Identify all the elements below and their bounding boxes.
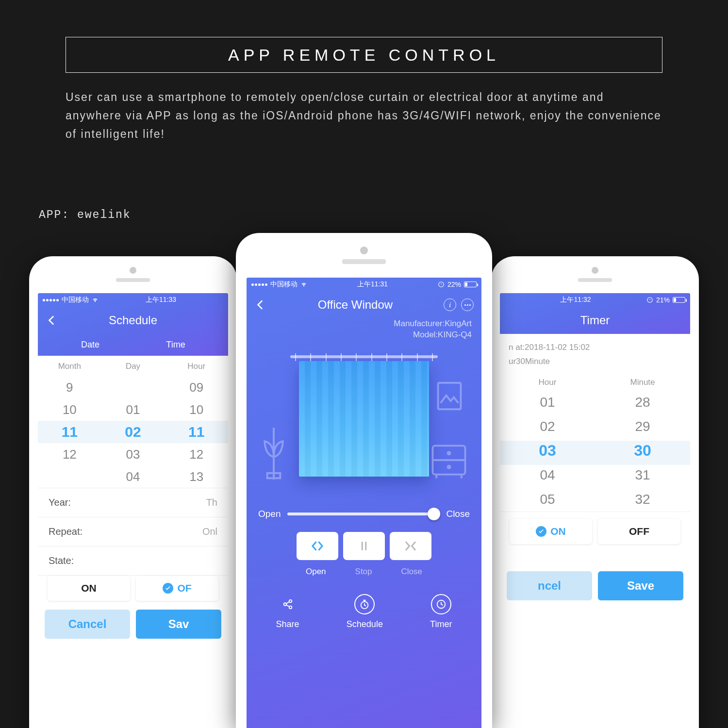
position-slider[interactable]: [287, 513, 439, 515]
slider-open-label: Open: [258, 509, 281, 519]
banner: APP REMOTE CONTROL: [66, 37, 662, 73]
more-icon[interactable]: [461, 298, 474, 311]
app-name-label: APP: ewelink: [39, 209, 131, 221]
info-icon[interactable]: i: [444, 298, 456, 311]
check-icon: [536, 526, 546, 537]
svg-rect-2: [438, 383, 461, 410]
close-label: Close: [401, 567, 422, 577]
hour-column[interactable]: Hour 0910111213: [165, 362, 228, 488]
wifi-icon: [92, 297, 99, 303]
stop-label: Stop: [355, 567, 372, 577]
svg-line-13: [286, 605, 289, 607]
year-row[interactable]: Year:Th: [38, 488, 228, 517]
phone-timer: 上午11:32 21% Timer n at:2018-11-02 15:02 …: [491, 256, 699, 728]
status-bar: 中国移动 上午11:33: [38, 293, 228, 307]
check-icon: [163, 583, 173, 594]
phone-schedule: 中国移动 上午11:33 Schedule Date Time Mont: [29, 256, 237, 728]
stop-button[interactable]: [343, 532, 385, 560]
cancel-button[interactable]: Cancel: [45, 610, 130, 639]
page-title: Schedule: [109, 314, 157, 327]
timer-minute-column[interactable]: Minute 2829303132: [595, 374, 690, 512]
rotation-lock-icon: [438, 281, 445, 288]
status-time: 上午11:33: [146, 296, 176, 304]
back-icon[interactable]: [254, 298, 267, 311]
rotation-lock-icon: [646, 297, 653, 303]
svg-point-10: [289, 600, 292, 603]
phone-showcase: 中国移动 上午11:33 Schedule Date Time Mont: [0, 233, 728, 728]
close-button[interactable]: [390, 532, 431, 560]
timer-on-button[interactable]: ON: [510, 519, 592, 544]
share-icon: [278, 594, 298, 614]
state-on-button[interactable]: ON: [48, 576, 130, 601]
save-button[interactable]: Sav: [136, 610, 221, 639]
device-info: Manufacturer:KingArt Model:KING-Q4: [247, 318, 481, 345]
battery-icon: [464, 281, 477, 287]
day-column[interactable]: Day 01020304: [101, 362, 165, 488]
save-button[interactable]: Save: [598, 571, 683, 600]
slider-thumb[interactable]: [428, 508, 440, 520]
phone-device: 中国移动 上午11:31 22% Office Window i Manufac…: [236, 233, 492, 728]
state-off-button[interactable]: OF: [136, 576, 218, 601]
svg-point-9: [283, 603, 286, 606]
curtain-illustration: [247, 345, 481, 505]
banner-title: APP REMOTE CONTROL: [228, 46, 500, 65]
timer-off-button[interactable]: OFF: [598, 519, 680, 544]
wifi-icon: [300, 281, 307, 288]
state-row: State:: [38, 546, 228, 576]
svg-point-5: [447, 452, 450, 454]
timer-info: n at:2018-11-02 15:02 ur30Minute: [500, 334, 690, 374]
picture-frame-icon: [437, 381, 462, 411]
nav-schedule[interactable]: Schedule: [347, 594, 383, 629]
timer-hour-column[interactable]: Hour 0102030405: [500, 374, 595, 512]
page-title: Timer: [580, 314, 610, 327]
status-time: 上午11:31: [357, 280, 388, 289]
status-bar: 上午11:32 21%: [500, 293, 690, 307]
drawer-icon: [430, 441, 468, 480]
status-time: 上午11:32: [560, 296, 591, 304]
svg-point-6: [447, 465, 450, 468]
schedule-icon: [354, 594, 375, 614]
description-text: User can use a smartphone to remotely op…: [66, 88, 662, 144]
nav-share[interactable]: Share: [276, 594, 299, 629]
cancel-button[interactable]: ncel: [507, 571, 592, 600]
open-button[interactable]: [297, 532, 338, 560]
battery-icon: [673, 297, 685, 303]
device-title: Office Window: [318, 298, 393, 312]
back-icon[interactable]: [46, 314, 58, 327]
plant-icon: [260, 421, 287, 480]
open-label: Open: [306, 567, 326, 577]
slider-close-label: Close: [446, 509, 470, 519]
nav-timer[interactable]: Timer: [430, 594, 452, 629]
schedule-header-row: Date Time: [38, 334, 228, 356]
status-bar: 中国移动 上午11:31 22%: [247, 278, 481, 291]
repeat-row[interactable]: Repeat:Onl: [38, 517, 228, 546]
timer-icon: [431, 594, 451, 614]
svg-point-11: [289, 606, 292, 609]
svg-line-12: [286, 602, 289, 604]
month-column[interactable]: Month 9101112: [38, 362, 101, 488]
